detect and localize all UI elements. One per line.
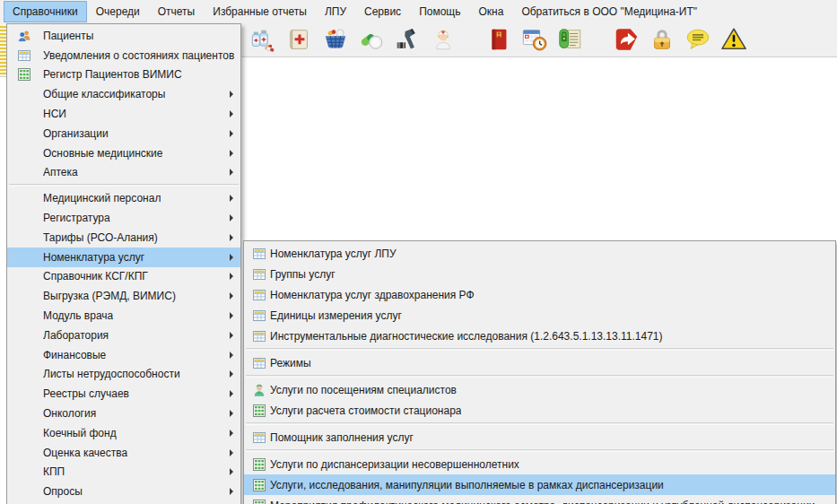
chat-bubble-button[interactable] [684, 27, 711, 54]
dropdown-item-19[interactable]: Онкология [7, 404, 240, 423]
menubar-item-4[interactable]: ЛПУ [316, 1, 355, 22]
submenu-arrow-icon [230, 410, 233, 417]
menu-separator [246, 422, 833, 425]
nurse-icon [430, 26, 457, 56]
export-arrow-button[interactable] [613, 27, 640, 54]
dropdown-item-15[interactable]: Лаборатория [7, 326, 240, 345]
dropdown-item-9[interactable]: Регистратура [7, 208, 240, 228]
submenu-item-4[interactable]: Инструментальные диагностические исследо… [244, 326, 835, 346]
submenu-arrow-icon [230, 488, 233, 495]
dropdown-item-22[interactable]: КПП [7, 463, 240, 482]
submenu-item-10[interactable]: Услуги, исследования, манипуляции выполн… [244, 474, 835, 495]
dropdown-item-label: Аптека [43, 166, 78, 178]
toolbar [250, 26, 747, 55]
dropdown-item-10[interactable]: Тарифы (РСО-Алания) [7, 228, 240, 248]
dropdown-item-label: Тарифы (РСО-Алания) [43, 231, 158, 244]
secure-usb-list-icon [557, 26, 584, 56]
menubar-item-8[interactable]: Обратиться в ООО "Медицина-ИТ" [512, 1, 706, 22]
dropdown-item-11[interactable]: Номенклатура услуг [7, 248, 240, 267]
submenu-arrow-icon [230, 234, 233, 241]
dropdown-item-label: Регистратура [43, 212, 110, 224]
medical-book-icon [286, 26, 313, 56]
submenu-arrow-icon [230, 370, 233, 378]
submenu-item-5[interactable]: Режимы [244, 352, 835, 373]
dropdown-item-label: Уведомления о состояниях пациентов [43, 49, 234, 62]
submenu-arrow-icon [230, 390, 233, 397]
submenu-arrow-icon [230, 352, 233, 359]
submenu-item-label: Номенклатура услуг ЛПУ [270, 248, 397, 260]
menubar-item-1[interactable]: Очереди [87, 1, 149, 22]
dropdown-item-0[interactable]: Пациенты [7, 26, 240, 46]
calendar-clock-button[interactable] [521, 27, 548, 54]
menubar-item-0[interactable]: Справочники [4, 1, 87, 22]
submenu-item-label: Единицы измерения услуг [270, 309, 402, 322]
dropdown-item-13[interactable]: Выгрузка (РЭМД, ВИМИС) [7, 286, 240, 306]
submenu-arrow-icon [230, 430, 233, 437]
dropdown-item-14[interactable]: Модуль врача [7, 306, 240, 326]
submenu-item-0[interactable]: Номенклатура услуг ЛПУ [244, 243, 835, 264]
menubar-item-6[interactable]: Помощь [410, 1, 469, 22]
red-document-book-icon [485, 26, 512, 56]
medicine-bottles-button[interactable] [250, 27, 277, 54]
dropdown-item-5[interactable]: Организации [7, 124, 240, 143]
dropdown-item-label: Листы нетрудоспособности [43, 368, 180, 380]
barcode-scanner-button[interactable] [394, 27, 421, 54]
menubar-item-7[interactable]: Окна [469, 1, 512, 22]
dropdown-item-1[interactable]: Уведомления о состояниях пациентов [7, 46, 240, 65]
dropdown-item-6[interactable]: Основные медицинские [7, 143, 240, 163]
table-green-icon [252, 478, 266, 492]
dropdown-item-4[interactable]: НСИ [7, 104, 240, 124]
submenu-item-11[interactable]: Мероприятия профилактического медицинско… [244, 495, 835, 504]
dropdown-item-2[interactable]: Регистр Пациентов ВИМИС [7, 65, 240, 85]
submenu-item-label: Услуги, исследования, манипуляции выполн… [270, 479, 664, 491]
submenu-item-9[interactable]: Услуги по диспансеризации несовершенноле… [244, 454, 835, 474]
table-green-icon [17, 67, 31, 82]
barcode-scanner-icon [394, 26, 421, 56]
submenu-item-label: Услуги по диспансеризации несовершенноле… [270, 458, 519, 471]
submenu-item-label: Мероприятия профилактического медицинско… [270, 500, 815, 504]
dropdown-item-8[interactable]: Медицинский персонал [7, 188, 240, 208]
dropdown-item-18[interactable]: Реестры случаев [7, 384, 240, 404]
menubar-item-5[interactable]: Сервис [355, 1, 410, 22]
padlock-button[interactable] [649, 27, 676, 54]
chat-bubble-icon [684, 26, 711, 56]
medical-book-button[interactable] [286, 27, 313, 54]
dropdown-item-20[interactable]: Коечный фонд [7, 423, 240, 443]
dropdown-item-label: Реестры случаев [43, 387, 129, 400]
submenu-item-7[interactable]: Услуги расчета стоимости стационара [244, 400, 835, 421]
dropdown-item-7[interactable]: Аптека [7, 163, 240, 183]
nurse-button[interactable] [430, 27, 457, 54]
dropdown-item-16[interactable]: Финансовые [7, 345, 240, 365]
dropdown-item-label: Оценка качества [43, 447, 127, 459]
submenu-arrow-icon [230, 169, 233, 176]
menu-separator [246, 375, 833, 378]
dropdown-item-label: Организации [43, 127, 109, 140]
table-blue-icon [252, 430, 266, 445]
pills-button[interactable] [358, 27, 385, 54]
submenu-item-8[interactable]: Помощник заполнения услуг [244, 427, 835, 448]
submenu-arrow-icon [230, 214, 233, 222]
submenu-item-3[interactable]: Единицы измерения услуг [244, 305, 835, 326]
menubar-item-2[interactable]: Отчеты [149, 1, 204, 22]
menubar: СправочникиОчередиОтчетыИзбранные отчеты… [0, 0, 837, 23]
dropdown-item-17[interactable]: Листы нетрудоспособности [7, 365, 240, 385]
table-green-icon [252, 404, 266, 418]
secure-usb-list-button[interactable] [557, 27, 584, 54]
dropdown-item-23[interactable]: Опросы [7, 482, 240, 501]
submenu-arrow-icon [230, 273, 233, 280]
dropdown-item-21[interactable]: Оценка качества [7, 443, 240, 463]
submenu-item-label: Помощник заполнения услуг [270, 431, 414, 444]
submenu-item-6[interactable]: Услуги по посещениям специалистов [244, 379, 835, 400]
dropdown-item-12[interactable]: Справочник КСГ/КПГ [7, 267, 240, 287]
menubar-item-3[interactable]: Избранные отчеты [204, 1, 316, 22]
pill-basket-button[interactable] [322, 27, 349, 54]
submenu-item-2[interactable]: Номенклатура услуг здравохранения РФ [244, 284, 835, 305]
dropdown-item-label: Регистр Пациентов ВИМИС [43, 68, 182, 81]
warning-triangle-button[interactable] [720, 27, 747, 54]
red-document-book-button[interactable] [485, 27, 512, 54]
table-blue-icon [17, 48, 31, 63]
submenu-arrow-icon [230, 332, 233, 339]
dropdown-item-3[interactable]: Общие классификаторы [7, 84, 240, 104]
submenu-item-1[interactable]: Группы услуг [244, 264, 835, 284]
patients-icon [17, 29, 31, 43]
